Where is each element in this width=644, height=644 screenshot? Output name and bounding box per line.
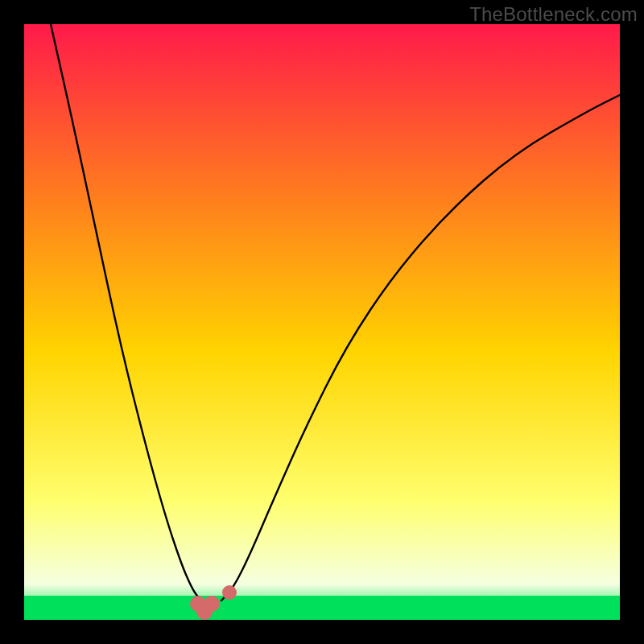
right-start-dot bbox=[222, 585, 237, 600]
bottleneck-curve-chart bbox=[24, 24, 620, 620]
chart-frame: TheBottleneck.com bbox=[0, 0, 644, 644]
plot-area bbox=[24, 24, 620, 620]
watermark-text: TheBottleneck.com bbox=[469, 3, 638, 26]
notch-bottom-right bbox=[204, 596, 220, 612]
bottom-green-band bbox=[24, 596, 620, 620]
gradient-background bbox=[24, 24, 620, 620]
